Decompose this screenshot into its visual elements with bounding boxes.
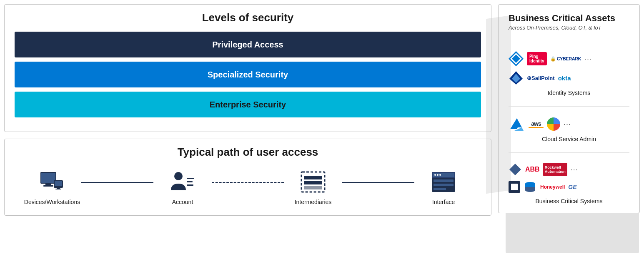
divider-1 [509,41,629,41]
path-item-intermediaries: Intermediaries [284,169,342,205]
main-container: Levels of security Privileged Access Spe… [4,4,640,265]
svg-point-8 [174,172,183,180]
azure-ad-icon [509,51,524,66]
identity-label: Identity Systems [509,90,629,96]
bca-section-bcs: ABB RockwellAutomation ··· [509,163,629,204]
svg-point-23 [437,174,439,176]
bca-title: Business Critical Assets [509,13,629,24]
bar-privileged: Privileged Access [15,32,481,57]
bca-logos-identity-2: ⊕SailPoint okta [509,70,629,85]
bar-enterprise: Enterprise Security [15,92,481,117]
bca-logos-cloud: aws ··· [509,117,629,132]
right-panel: Business Critical Assets Across On-Premi… [498,4,640,213]
svg-point-34 [525,189,535,192]
bca-header: Business Critical Assets Across On-Premi… [509,13,629,31]
gcp-icon [547,117,560,131]
path-item-devices: Devices/Workstations [23,169,81,205]
devices-icon [39,169,65,195]
svg-rect-6 [57,188,60,189]
svg-rect-13 [304,176,322,179]
left-panel: Levels of security Privileged Access Spe… [4,4,491,265]
ge-icon: GE [568,184,576,190]
path-title: Typical path of user access [15,146,481,159]
svg-marker-29 [509,164,521,175]
azure-icon [509,117,525,132]
svg-rect-1 [41,173,55,183]
bar-specialized: Specialized Security [15,62,481,87]
path-items: Devices/Workstations Account [15,169,481,205]
intermediaries-icon [300,169,326,195]
svg-rect-2 [45,184,51,185]
okta-icon: okta [558,75,571,82]
bca-subtitle: Across On-Premises, Cloud, OT, & IoT [509,25,629,31]
cloud-label: Cloud Service Admin [509,136,629,142]
bca-logos-identity: PingIdentity 🔒 CYBERARK ··· [509,51,629,66]
bca-logos-bcs-1: ABB RockwellAutomation ··· [509,163,629,176]
sailpoint-text-icon: ⊕SailPoint [527,75,555,81]
divider-2 [509,106,629,107]
svg-point-22 [434,174,436,176]
sailpoint-icon [509,70,524,85]
database-icon [524,180,537,194]
diamond-icon [509,163,522,176]
connector-2 [212,182,284,183]
more-dots-bcs: ··· [571,165,578,174]
svg-rect-11 [187,184,193,186]
svg-rect-21 [434,188,446,190]
abb-icon: ABB [525,166,540,173]
svg-rect-19 [434,179,454,182]
path-item-account: Account [153,169,212,205]
bca-logos-bcs-2: Honeywell GE [509,180,629,194]
cyberark-icon: 🔒 CYBERARK [550,56,581,62]
bca-section-identity: PingIdentity 🔒 CYBERARK ··· ⊕SailPoint o… [509,51,629,96]
levels-box: Levels of security Privileged Access Spe… [4,4,491,132]
divider-3 [509,152,629,153]
path-label-interface: Interface [432,199,455,205]
svg-rect-14 [304,181,322,184]
account-icon [169,169,196,195]
honeywell-icon: Honeywell [540,184,565,190]
bcs-label: Business Critical Systems [509,198,629,204]
svg-rect-15 [304,186,322,189]
path-label-devices: Devices/Workstations [24,199,80,205]
connector-1 [81,182,153,183]
rockwell-icon: RockwellAutomation [543,163,567,176]
aws-icon: aws [529,120,544,128]
ping-icon: PingIdentity [527,52,547,65]
square-icon [509,181,520,193]
more-dots-cloud: ··· [564,120,571,129]
interface-icon [430,169,457,195]
svg-rect-9 [187,178,194,179]
path-label-intermediaries: Intermediaries [295,199,332,205]
bca-section-cloud: aws ··· Cloud Service Admin [509,117,629,142]
svg-rect-3 [43,185,53,187]
path-label-account: Account [172,199,193,205]
svg-rect-10 [187,181,193,182]
path-item-interface: Interface [414,169,473,205]
svg-rect-20 [434,184,454,186]
svg-rect-5 [55,181,62,186]
connector-3 [342,182,414,183]
svg-point-24 [439,174,441,176]
path-box: Typical path of user access [4,139,491,216]
levels-title: Levels of security [15,11,481,24]
more-dots-identity: ··· [584,55,592,63]
right-panel-wrapper: Business Critical Assets Across On-Premi… [498,4,640,265]
svg-rect-7 [55,189,61,189]
